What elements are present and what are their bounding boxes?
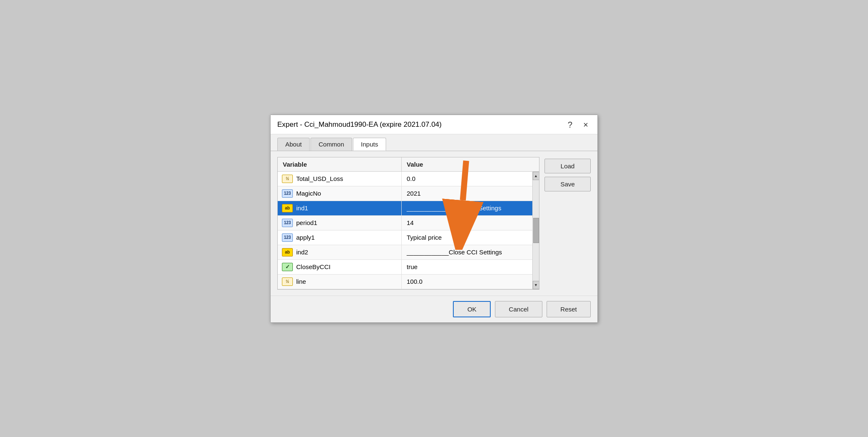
cell-variable: ab ind2 bbox=[278, 245, 402, 259]
cell-value: 0.0 bbox=[402, 172, 532, 186]
variable-name: Total_USD_Loss bbox=[296, 175, 343, 182]
table-row[interactable]: ✓ CloseByCCI true bbox=[278, 260, 532, 275]
icon-ab: ab bbox=[282, 204, 293, 212]
bottom-bar: OK Cancel Reset bbox=[271, 296, 597, 322]
cancel-button[interactable]: Cancel bbox=[495, 301, 542, 317]
col-variable-header: Variable bbox=[278, 157, 402, 171]
side-buttons: Load Save bbox=[544, 157, 591, 191]
cell-variable: 123 period1 bbox=[278, 216, 402, 230]
variable-name: period1 bbox=[296, 219, 317, 226]
cell-value: ____________Close CCI Settings bbox=[402, 245, 532, 259]
variable-name: CloseByCCI bbox=[296, 263, 331, 270]
table-scrollbar[interactable]: ▲ ▼ bbox=[532, 172, 539, 289]
cell-variable: 123 MagicNo bbox=[278, 186, 402, 201]
cell-variable: ✓ CloseByCCI bbox=[278, 260, 402, 274]
scroll-down-button[interactable]: ▼ bbox=[533, 281, 539, 289]
icon-123: 123 bbox=[282, 219, 293, 227]
scroll-thumb[interactable] bbox=[533, 218, 539, 243]
variable-name: MagicNo bbox=[296, 190, 321, 197]
title-bar: Expert - Cci_Mahmoud1990-EA (expire 2021… bbox=[271, 115, 597, 134]
ok-button[interactable]: OK bbox=[453, 301, 491, 317]
table-row[interactable]: ½ Total_USD_Loss 0.0 bbox=[278, 172, 532, 186]
close-button[interactable]: × bbox=[581, 119, 591, 131]
cell-value: ____________Open CCI Settings bbox=[402, 201, 532, 215]
icon-123: 123 bbox=[282, 189, 293, 198]
cell-variable: ½ line bbox=[278, 275, 402, 289]
table-with-scroll: ½ Total_USD_Loss 0.0 123 MagicNo 2021 bbox=[278, 172, 539, 289]
reset-button[interactable]: Reset bbox=[547, 301, 591, 317]
cell-value: Typical price bbox=[402, 230, 532, 245]
table-rows-wrapper: ½ Total_USD_Loss 0.0 123 MagicNo 2021 bbox=[278, 172, 532, 289]
table-row[interactable]: 123 MagicNo 2021 bbox=[278, 186, 532, 201]
table-row[interactable]: 123 apply1 Typical price bbox=[278, 230, 532, 245]
scroll-up-button[interactable]: ▲ bbox=[533, 172, 539, 180]
icon-v2: ½ bbox=[282, 175, 293, 183]
icon-ab: ab bbox=[282, 248, 293, 256]
variable-name: line bbox=[296, 278, 306, 285]
icon-v2: ½ bbox=[282, 277, 293, 286]
expert-dialog: Expert - Cci_Mahmoud1990-EA (expire 2021… bbox=[270, 115, 598, 323]
tab-common[interactable]: Common bbox=[310, 138, 352, 151]
content-area: Variable Value ½ Total_USD_Loss 0.0 bbox=[271, 151, 597, 296]
table-row-selected[interactable]: ab ind1 ____________Open CCI Settings bbox=[278, 201, 532, 216]
cell-variable: ½ Total_USD_Loss bbox=[278, 172, 402, 186]
cell-variable: ab ind1 bbox=[278, 201, 402, 215]
save-button[interactable]: Save bbox=[544, 177, 591, 191]
variable-name: apply1 bbox=[296, 234, 315, 241]
cell-variable: 123 apply1 bbox=[278, 230, 402, 245]
parameters-table: Variable Value ½ Total_USD_Loss 0.0 bbox=[277, 157, 539, 290]
dialog-title: Expert - Cci_Mahmoud1990-EA (expire 2021… bbox=[277, 120, 442, 129]
load-button[interactable]: Load bbox=[544, 159, 591, 173]
cell-value: 100.0 bbox=[402, 275, 532, 289]
variable-name: ind2 bbox=[296, 249, 308, 256]
table-header: Variable Value bbox=[278, 157, 539, 172]
main-row: Variable Value ½ Total_USD_Loss 0.0 bbox=[277, 157, 591, 290]
title-actions: ? × bbox=[565, 119, 591, 131]
tab-inputs[interactable]: Inputs bbox=[353, 138, 386, 151]
help-button[interactable]: ? bbox=[565, 119, 575, 131]
table-row[interactable]: 123 period1 14 bbox=[278, 216, 532, 230]
icon-green: ✓ bbox=[282, 263, 293, 271]
variable-name: ind1 bbox=[296, 204, 308, 212]
table-row[interactable]: ab ind2 ____________Close CCI Settings bbox=[278, 245, 532, 260]
table-row[interactable]: ½ line 100.0 bbox=[278, 275, 532, 289]
cell-value: true bbox=[402, 260, 532, 274]
icon-123: 123 bbox=[282, 233, 293, 242]
tab-about[interactable]: About bbox=[277, 138, 310, 151]
cell-value: 14 bbox=[402, 216, 532, 230]
tab-bar: About Common Inputs bbox=[271, 134, 597, 151]
cell-value: 2021 bbox=[402, 186, 532, 201]
col-value-header: Value bbox=[402, 157, 539, 171]
